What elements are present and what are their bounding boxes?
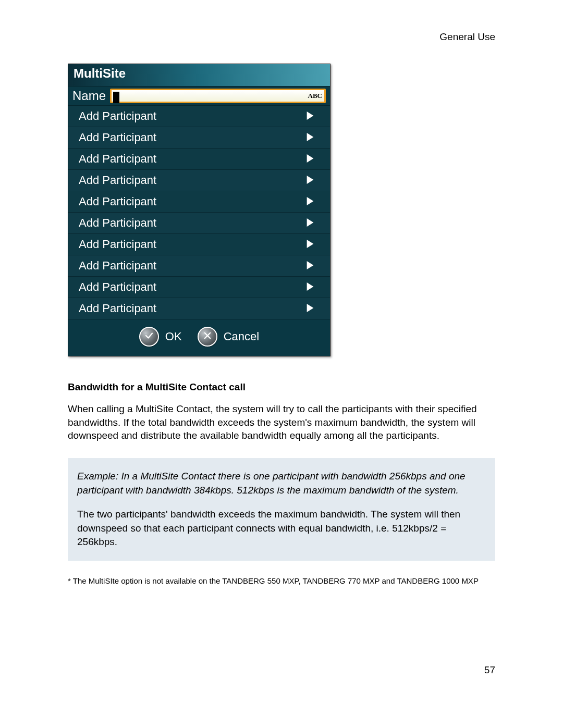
add-participant-item[interactable]: Add Participant xyxy=(68,277,330,298)
section-header: General Use xyxy=(68,31,495,43)
add-participant-item[interactable]: Add Participant xyxy=(68,170,330,191)
svg-marker-1 xyxy=(307,133,314,141)
list-item-label: Add Participant xyxy=(79,131,156,144)
footnote: * The MultiSIte option is not available … xyxy=(68,576,495,585)
list-item-label: Add Participant xyxy=(79,238,156,251)
ok-button[interactable] xyxy=(139,327,159,347)
chevron-right-icon xyxy=(306,216,314,230)
cancel-button[interactable] xyxy=(198,327,217,347)
example-body: The two participants' bandwidth exceeds … xyxy=(77,508,486,549)
multisite-panel: MultiSite Name ABC Add Participant Add P… xyxy=(68,64,331,356)
input-mode-indicator: ABC xyxy=(308,92,322,100)
chevron-right-icon xyxy=(306,195,314,208)
check-icon xyxy=(144,331,154,342)
close-icon xyxy=(203,331,212,342)
add-participant-item[interactable]: Add Participant xyxy=(68,234,330,255)
list-item-label: Add Participant xyxy=(79,152,156,166)
chevron-right-icon xyxy=(306,152,314,166)
chevron-right-icon xyxy=(306,238,314,251)
name-row: Name ABC xyxy=(68,87,330,106)
participant-list: Add Participant Add Participant Add Part… xyxy=(68,106,330,319)
add-participant-item[interactable]: Add Participant xyxy=(68,127,330,149)
ok-label: OK xyxy=(165,330,182,343)
chevron-right-icon xyxy=(306,302,314,315)
list-item-label: Add Participant xyxy=(79,280,156,294)
cancel-label: Cancel xyxy=(224,330,259,343)
svg-marker-8 xyxy=(307,282,314,291)
example-box: Example: In a MultiSite Contact there is… xyxy=(68,458,495,561)
list-item-label: Add Participant xyxy=(79,109,156,123)
section-heading: Bandwidth for a MultiSite Contact call xyxy=(68,381,495,393)
chevron-right-icon xyxy=(306,259,314,273)
body-paragraph: When calling a MultiSite Contact, the sy… xyxy=(68,402,495,442)
add-participant-item[interactable]: Add Participant xyxy=(68,149,330,170)
name-label: Name xyxy=(72,89,106,103)
add-participant-item[interactable]: Add Participant xyxy=(68,298,330,319)
list-item-label: Add Participant xyxy=(79,195,156,208)
list-item-label: Add Participant xyxy=(79,174,156,187)
svg-marker-7 xyxy=(307,261,314,269)
button-row: OK Cancel xyxy=(68,319,330,356)
panel-title: MultiSite xyxy=(68,64,330,87)
svg-marker-6 xyxy=(307,240,314,248)
chevron-right-icon xyxy=(306,131,314,144)
svg-marker-0 xyxy=(307,112,314,120)
list-item-label: Add Participant xyxy=(79,259,156,273)
add-participant-item[interactable]: Add Participant xyxy=(68,213,330,234)
add-participant-item[interactable]: Add Participant xyxy=(68,255,330,277)
page-number: 57 xyxy=(484,664,495,676)
svg-marker-4 xyxy=(307,197,314,205)
svg-marker-5 xyxy=(307,218,314,227)
chevron-right-icon xyxy=(306,174,314,187)
add-participant-item[interactable]: Add Participant xyxy=(68,106,330,127)
example-intro: Example: In a MultiSite Contact there is… xyxy=(77,470,486,497)
svg-marker-3 xyxy=(307,176,314,184)
svg-marker-2 xyxy=(307,154,314,163)
text-cursor xyxy=(113,92,119,103)
name-input[interactable]: ABC xyxy=(110,89,326,103)
list-item-label: Add Participant xyxy=(79,216,156,230)
chevron-right-icon xyxy=(306,109,314,123)
list-item-label: Add Participant xyxy=(79,302,156,315)
add-participant-item[interactable]: Add Participant xyxy=(68,191,330,213)
chevron-right-icon xyxy=(306,280,314,294)
svg-marker-9 xyxy=(307,304,314,312)
